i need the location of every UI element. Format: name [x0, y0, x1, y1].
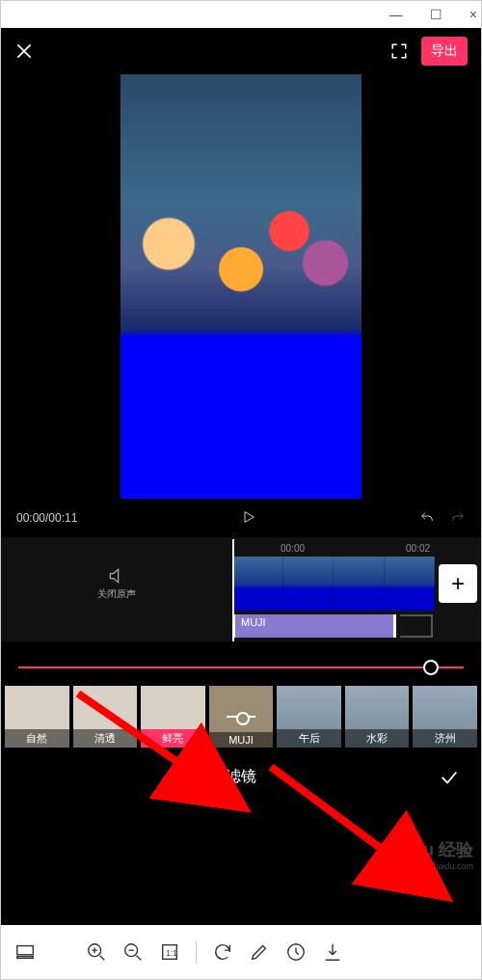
filter-intensity-slider[interactable]	[1, 641, 481, 682]
watermark: Baidu 经验jingyan.baidu.com	[386, 838, 473, 871]
slider-knob[interactable]	[423, 660, 439, 675]
filter-tab-label: 滤镜	[226, 767, 256, 787]
close-icon[interactable]	[14, 41, 34, 61]
window-titlebar: — ☐ ×	[1, 1, 481, 28]
filter-item-济州[interactable]: 济州	[413, 686, 477, 748]
filter-item-水彩[interactable]: 水彩	[345, 686, 410, 748]
download-icon[interactable]	[322, 941, 343, 963]
filter-clip-extend[interactable]	[400, 614, 433, 638]
window-maximize[interactable]: ☐	[430, 7, 442, 22]
add-clip-button[interactable]: +	[439, 564, 477, 603]
playhead[interactable]	[232, 539, 234, 641]
video-clip[interactable]	[232, 557, 435, 611]
window-close[interactable]: ×	[469, 7, 477, 22]
bottom-action-bar: 滤镜	[1, 753, 481, 800]
redo-icon[interactable]	[450, 510, 466, 526]
filter-item-MUJI[interactable]: MUJI	[209, 686, 274, 748]
zoom-out-icon[interactable]	[122, 941, 144, 963]
app-window: — ☐ × 导出 00:00/00:11	[0, 0, 482, 980]
filter-label: 自然	[5, 729, 69, 748]
fullscreen-icon[interactable]	[390, 42, 408, 60]
history-icon[interactable]	[285, 941, 307, 963]
top-bar: 导出	[1, 28, 481, 74]
filter-item-清透[interactable]: 清透	[73, 686, 138, 748]
window-minimize[interactable]: —	[389, 7, 403, 22]
undo-icon[interactable]	[419, 510, 435, 526]
filter-label: MUJI	[209, 732, 274, 748]
video-content-decoration	[120, 193, 362, 320]
filter-clip[interactable]: MUJI	[232, 614, 396, 638]
svg-text:1:1: 1:1	[166, 949, 177, 958]
zoom-in-icon[interactable]	[86, 941, 107, 963]
filter-presets: 自然清透鲜亮MUJI午后水彩济州	[1, 682, 481, 753]
confirm-icon[interactable]	[439, 767, 460, 788]
export-button[interactable]: 导出	[421, 37, 468, 66]
filter-label: 水彩	[345, 729, 410, 748]
filter-item-自然[interactable]: 自然	[5, 686, 69, 748]
video-preview[interactable]	[1, 74, 481, 499]
filter-label: 清透	[73, 729, 138, 748]
edit-icon[interactable]	[249, 941, 270, 963]
zoom-fit-icon[interactable]: 1:1	[159, 941, 180, 963]
ruler-mark: 00:00	[281, 543, 305, 554]
filter-item-鲜亮[interactable]: 鲜亮	[141, 686, 205, 748]
ruler-mark: 00:02	[406, 543, 430, 554]
video-canvas	[120, 74, 362, 499]
filter-label: 午后	[277, 729, 341, 748]
play-button[interactable]	[77, 509, 419, 528]
bottom-toolbar: 1:1	[1, 925, 481, 979]
rotate-icon[interactable]	[212, 941, 233, 963]
filter-label: 鲜亮	[141, 729, 205, 748]
svg-rect-0	[17, 946, 34, 955]
mute-label: 关闭原声	[97, 588, 136, 599]
transport-bar: 00:00/00:11	[1, 499, 481, 537]
time-display: 00:00/00:11	[16, 511, 77, 525]
layout-icon[interactable]	[14, 941, 36, 963]
filter-label: 济州	[413, 729, 477, 748]
timeline[interactable]: 00:00 00:02 关闭原声 + MUJI	[1, 539, 481, 641]
filter-item-午后[interactable]: 午后	[277, 686, 341, 748]
mute-original-audio[interactable]: 关闭原声	[1, 566, 232, 601]
editor-app: 导出 00:00/00:11 00:00 00:02	[1, 28, 481, 925]
svg-rect-1	[17, 957, 34, 959]
